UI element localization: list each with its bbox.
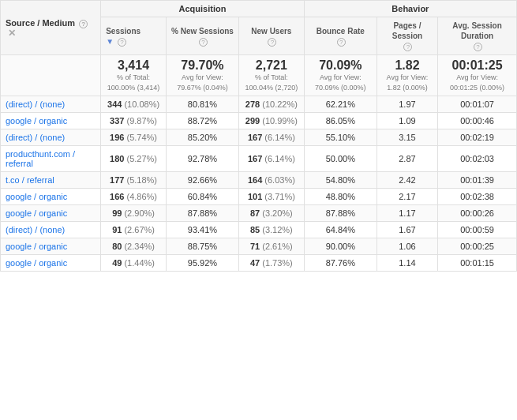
pct-new-sessions-help-icon[interactable]: ? bbox=[199, 38, 208, 47]
table-row: (direct) / (none)91 (2.67%)93.41%85 (3.1… bbox=[1, 222, 517, 238]
row-source[interactable]: google / organic bbox=[1, 113, 101, 129]
row-pages-per-session: 1.09 bbox=[377, 113, 437, 129]
row-avg-session-duration: 00:01:07 bbox=[438, 96, 517, 113]
row-pct-new-sessions: 92.66% bbox=[166, 172, 238, 189]
row-source[interactable]: (direct) / (none) bbox=[1, 222, 101, 238]
source-medium-close-icon[interactable]: ✕ bbox=[8, 28, 17, 38]
row-new-users: 164 (6.03%) bbox=[239, 172, 305, 189]
row-source[interactable]: producthunt.com / referral bbox=[1, 146, 101, 172]
row-sessions: 196 (5.74%) bbox=[101, 129, 167, 146]
row-bounce-rate: 87.76% bbox=[304, 255, 377, 272]
table-row: (direct) / (none)344 (10.08%)80.81%278 (… bbox=[1, 96, 517, 113]
analytics-table: Source / Medium ? ✕ Acquisition Behavior… bbox=[0, 0, 517, 272]
row-pct-new-sessions: 87.88% bbox=[166, 205, 238, 222]
table-row: google / organic99 (2.90%)87.88%87 (3.20… bbox=[1, 205, 517, 222]
row-pages-per-session: 1.14 bbox=[377, 255, 437, 272]
totals-pct-new-sessions: 79.70% Avg for View: 79.67% (0.04%) bbox=[166, 55, 238, 96]
row-avg-session-duration: 00:00:59 bbox=[438, 222, 517, 238]
row-pages-per-session: 1.97 bbox=[377, 96, 437, 113]
table-row: (direct) / (none)196 (5.74%)85.20%167 (6… bbox=[1, 129, 517, 146]
avg-session-duration-help-icon[interactable]: ? bbox=[474, 43, 482, 51]
table-row: google / organic80 (2.34%)88.75%71 (2.61… bbox=[1, 238, 517, 255]
source-medium-label: Source / Medium bbox=[6, 18, 75, 28]
row-new-users: 278 (10.22%) bbox=[239, 96, 305, 113]
row-sessions: 166 (4.86%) bbox=[101, 189, 167, 205]
row-source[interactable]: google / organic bbox=[1, 255, 101, 272]
row-source[interactable]: (direct) / (none) bbox=[1, 96, 101, 113]
row-pages-per-session: 2.42 bbox=[377, 172, 437, 189]
row-avg-session-duration: 00:00:25 bbox=[438, 238, 517, 255]
bounce-rate-col-header[interactable]: Bounce Rate ? bbox=[304, 17, 377, 55]
row-avg-session-duration: 00:00:26 bbox=[438, 205, 517, 222]
row-avg-session-duration: 00:00:46 bbox=[438, 113, 517, 129]
row-avg-session-duration: 00:01:39 bbox=[438, 172, 517, 189]
row-pages-per-session: 1.06 bbox=[377, 238, 437, 255]
row-pages-per-session: 2.87 bbox=[377, 146, 437, 172]
row-source[interactable]: (direct) / (none) bbox=[1, 129, 101, 146]
totals-source-cell bbox=[1, 55, 101, 96]
table-row: t.co / referral177 (5.18%)92.66%164 (6.0… bbox=[1, 172, 517, 189]
sessions-col-header[interactable]: Sessions ▼ ? bbox=[101, 17, 167, 55]
row-pct-new-sessions: 80.81% bbox=[166, 96, 238, 113]
row-avg-session-duration: 00:02:19 bbox=[438, 129, 517, 146]
row-bounce-rate: 54.80% bbox=[304, 172, 377, 189]
row-sessions: 80 (2.34%) bbox=[101, 238, 167, 255]
row-pages-per-session: 2.17 bbox=[377, 189, 437, 205]
new-users-col-header[interactable]: New Users ? bbox=[239, 17, 305, 55]
row-bounce-rate: 48.80% bbox=[304, 189, 377, 205]
row-sessions: 99 (2.90%) bbox=[101, 205, 167, 222]
row-new-users: 167 (6.14%) bbox=[239, 146, 305, 172]
sessions-sort-icon[interactable]: ▼ bbox=[106, 37, 114, 46]
row-pct-new-sessions: 95.92% bbox=[166, 255, 238, 272]
row-pct-new-sessions: 92.78% bbox=[166, 146, 238, 172]
sessions-help-icon[interactable]: ? bbox=[118, 38, 126, 47]
bounce-rate-help-icon[interactable]: ? bbox=[337, 38, 346, 47]
row-new-users: 71 (2.61%) bbox=[239, 238, 305, 255]
row-pct-new-sessions: 85.20% bbox=[166, 129, 238, 146]
pages-per-session-help-icon[interactable]: ? bbox=[403, 43, 412, 51]
row-bounce-rate: 64.84% bbox=[304, 222, 377, 238]
row-source[interactable]: google / organic bbox=[1, 205, 101, 222]
row-source[interactable]: google / organic bbox=[1, 189, 101, 205]
row-new-users: 47 (1.73%) bbox=[239, 255, 305, 272]
table-row: producthunt.com / referral180 (5.27%)92.… bbox=[1, 146, 517, 172]
row-sessions: 91 (2.67%) bbox=[101, 222, 167, 238]
row-bounce-rate: 90.00% bbox=[304, 238, 377, 255]
row-sessions: 344 (10.08%) bbox=[101, 96, 167, 113]
row-new-users: 85 (3.12%) bbox=[239, 222, 305, 238]
row-pages-per-session: 3.15 bbox=[377, 129, 437, 146]
row-new-users: 299 (10.99%) bbox=[239, 113, 305, 129]
table-row: google / organic337 (9.87%)88.72%299 (10… bbox=[1, 113, 517, 129]
pages-per-session-col-header[interactable]: Pages / Session ? bbox=[377, 17, 437, 55]
row-sessions: 177 (5.18%) bbox=[101, 172, 167, 189]
row-pages-per-session: 1.67 bbox=[377, 222, 437, 238]
totals-avg-session-duration: 00:01:25 Avg for View: 00:01:25 (0.00%) bbox=[438, 55, 517, 96]
row-bounce-rate: 86.05% bbox=[304, 113, 377, 129]
row-bounce-rate: 50.00% bbox=[304, 146, 377, 172]
row-bounce-rate: 62.21% bbox=[304, 96, 377, 113]
row-sessions: 337 (9.87%) bbox=[101, 113, 167, 129]
row-sessions: 180 (5.27%) bbox=[101, 146, 167, 172]
row-source[interactable]: t.co / referral bbox=[1, 172, 101, 189]
row-pct-new-sessions: 60.84% bbox=[166, 189, 238, 205]
avg-session-duration-col-header[interactable]: Avg. Session Duration ? bbox=[438, 17, 517, 55]
row-new-users: 167 (6.14%) bbox=[239, 129, 305, 146]
totals-pages-per-session: 1.82 Avg for View: 1.82 (0.00%) bbox=[377, 55, 437, 96]
pct-new-sessions-col-header[interactable]: % New Sessions ? bbox=[166, 17, 238, 55]
totals-bounce-rate: 70.09% Avg for View: 70.09% (0.00%) bbox=[304, 55, 377, 96]
behavior-group-header: Behavior bbox=[304, 1, 516, 17]
totals-new-users: 2,721 % of Total: 100.04% (2,720) bbox=[239, 55, 305, 96]
row-pct-new-sessions: 88.72% bbox=[166, 113, 238, 129]
totals-sessions: 3,414 % of Total: 100.00% (3,414) bbox=[101, 55, 167, 96]
table-row: google / organic166 (4.86%)60.84%101 (3.… bbox=[1, 189, 517, 205]
table-row: google / organic49 (1.44%)95.92%47 (1.73… bbox=[1, 255, 517, 272]
row-sessions: 49 (1.44%) bbox=[101, 255, 167, 272]
new-users-help-icon[interactable]: ? bbox=[268, 38, 276, 47]
row-pct-new-sessions: 93.41% bbox=[166, 222, 238, 238]
row-avg-session-duration: 00:02:03 bbox=[438, 146, 517, 172]
row-source[interactable]: google / organic bbox=[1, 238, 101, 255]
row-pct-new-sessions: 88.75% bbox=[166, 238, 238, 255]
row-new-users: 101 (3.71%) bbox=[239, 189, 305, 205]
source-medium-help-icon[interactable]: ? bbox=[79, 20, 88, 28]
acquisition-group-header: Acquisition bbox=[101, 1, 305, 17]
